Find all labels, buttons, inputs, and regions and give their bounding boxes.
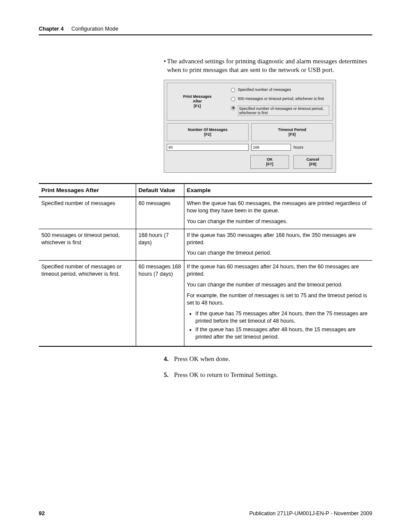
radio-2-label: 500 messages or timeout period, whicheve…	[238, 96, 324, 101]
table-row: 500 messages or timeout period, whicheve…	[39, 229, 372, 261]
cell-bullet: If the queue has 75 messages after 24 ho…	[196, 310, 370, 325]
radio-icon	[231, 88, 235, 92]
radio-option-3[interactable]: Specified number of messages or timeout …	[231, 106, 329, 116]
cell-para: When the queue has 60 messages, the mess…	[187, 200, 370, 215]
print-settings-dialog: Print Messages After [F1] Specified numb…	[164, 80, 336, 173]
cell: 60 messages 168 hours (7 days)	[136, 261, 184, 346]
step-4: 4. Press OK when done.	[164, 355, 372, 363]
cell-para: You can change the number of messages an…	[187, 281, 370, 289]
step-number: 5.	[164, 371, 174, 379]
th-print-after: Print Messages After	[39, 184, 136, 197]
chapter-title: Configuration Mode	[72, 26, 118, 32]
page-number: 92	[39, 510, 45, 516]
radio-1-label: Specified number of messages	[238, 87, 291, 92]
num-messages-label: Number Of Messages [F2]	[167, 123, 249, 142]
radio-option-2[interactable]: 500 messages or timeout period, whicheve…	[231, 96, 329, 101]
cell: Specified number of messages	[39, 197, 136, 229]
step-text: Press OK when done.	[174, 355, 230, 363]
cell: If the queue has 60 messages after 24 ho…	[184, 261, 372, 346]
table-row: Specified number of messages 60 messages…	[39, 197, 372, 229]
radio-icon	[231, 97, 235, 101]
print-after-panel: Print Messages After [F1] Specified numb…	[167, 83, 333, 121]
ok-button[interactable]: OK [F7]	[250, 155, 289, 169]
timeout-input[interactable]: 168	[251, 144, 291, 151]
table-row: Specified number of messages or timeout …	[39, 261, 372, 346]
num-messages-input[interactable]: 60	[167, 144, 249, 151]
page-footer: 92 Publication 2711P-UM001J-EN-P - Novem…	[39, 510, 372, 516]
timeout-period-label: Timeout Period [F3]	[251, 123, 333, 142]
radio-icon	[231, 106, 235, 110]
cell-bullets: If the queue has 75 messages after 24 ho…	[187, 310, 370, 341]
page-content: Chapter 4 Configuration Mode • The advan…	[0, 0, 411, 379]
cell: When the queue has 60 messages, the mess…	[184, 197, 372, 229]
print-after-label: Print Messages After [F1]	[167, 83, 227, 120]
th-default: Default Value	[136, 184, 184, 197]
radio-3-label: Specified number of messages or timeout …	[238, 106, 329, 116]
publication-id: Publication 2711P-UM001J-EN-P - November…	[249, 510, 372, 516]
cell-para: If the queue has 350 messages after 168 …	[187, 232, 370, 246]
bullet-dot: •	[164, 57, 167, 75]
page-header: Chapter 4 Configuration Mode	[39, 26, 372, 35]
hours-label: hours	[293, 145, 303, 149]
cell: 60 messages	[136, 197, 184, 229]
cell: If the queue has 350 messages after 168 …	[184, 229, 372, 261]
cell-bullet: If the queue has 15 messages after 48 ho…	[196, 326, 370, 341]
radio-option-1[interactable]: Specified number of messages	[231, 87, 329, 92]
step-number: 4.	[164, 355, 174, 363]
table-header-row: Print Messages After Default Value Examp…	[39, 184, 372, 197]
intro-text: The advanced settings for printing diagn…	[167, 57, 372, 75]
cell-para: If the queue has 60 messages after 24 ho…	[187, 263, 370, 278]
step-5: 5. Press OK to return to Terminal Settin…	[164, 371, 372, 379]
cell-para: You can change the number of messages.	[187, 218, 370, 225]
cell: Specified number of messages or timeout …	[39, 261, 136, 346]
cell-para: For example, the number of messages is s…	[187, 292, 370, 307]
chapter-number: Chapter 4	[39, 26, 64, 32]
intro-bullet: • The advanced settings for printing dia…	[164, 57, 372, 75]
th-example: Example	[184, 184, 372, 197]
step-text: Press OK to return to Terminal Settings.	[174, 371, 278, 379]
cell: 500 messages or timeout period, whicheve…	[39, 229, 136, 261]
settings-table: Print Messages After Default Value Examp…	[39, 183, 372, 347]
cancel-button[interactable]: Cancel [F8]	[293, 155, 332, 169]
cell-para: You can change the timeout period.	[187, 249, 370, 257]
cell: 168 hours (7 days)	[136, 229, 184, 261]
